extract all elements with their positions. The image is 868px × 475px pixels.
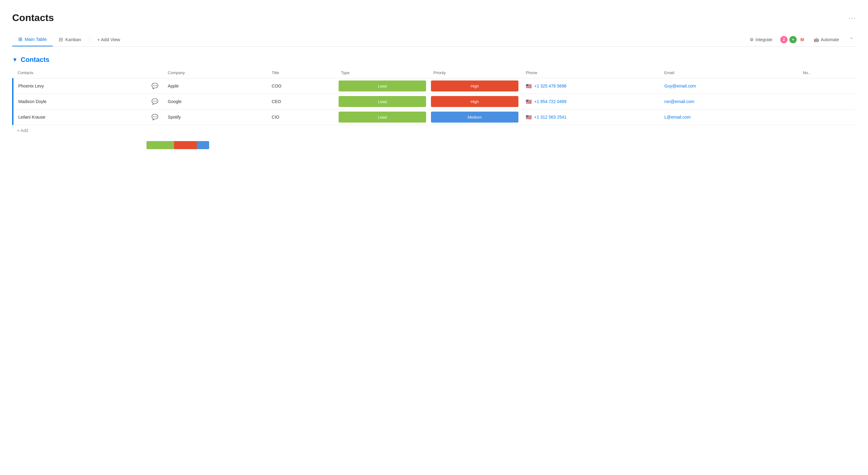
cell-priority[interactable]: High [429,94,521,110]
cell-name: Madison Doyle 💬 [13,94,163,110]
summary-medium-segment [197,141,209,149]
cell-name: Phoenix Levy 💬 [13,78,163,94]
tab-divider [90,36,90,43]
cell-phone: 🇺🇸 +1 854 722 0499 [521,94,659,110]
automate-button[interactable]: 🤖 Automate [811,35,842,44]
priority-badge: High [431,96,519,107]
phone-value: +1 312 563 2541 [534,115,566,120]
automate-icon: 🤖 [814,37,819,42]
data-table: Contacts Company Title Type Priority Pho… [12,67,856,125]
cell-title: CEO [267,94,336,110]
title-value: COO [272,84,282,88]
integration-icons: Z + M [780,36,806,43]
more-options-button[interactable]: ··· [848,14,856,22]
phone-value: +1 854 722 0499 [534,99,566,104]
flag-icon: 🇺🇸 [526,83,532,89]
tabs-bar: ⊞ Main Table ⊟ Kanban + Add View ⚙ Integ… [12,33,856,47]
priority-badge: High [431,81,519,91]
email-value: ron@email.com [664,99,694,104]
cell-priority[interactable]: High [429,78,521,94]
contact-name: Leilani Krause [18,115,45,120]
table-group-header: ▼ Contacts [12,56,856,64]
cell-name: Leilani Krause 💬 [13,110,163,125]
col-header-title: Title [267,67,336,78]
table-row[interactable]: Phoenix Levy 💬 Apple COO Lead High [13,78,856,94]
email-value: Guy@email.com [664,84,696,88]
cell-note [798,94,856,110]
comment-icon[interactable]: 💬 [152,83,158,89]
contact-name: Phoenix Levy [18,84,44,88]
integrate-button[interactable]: ⚙ Integrate [747,35,775,44]
summary-high-segment [174,141,197,149]
cell-email: ron@email.com [659,94,798,110]
col-header-phone: Phone [521,67,659,78]
kanban-icon: ⊟ [59,37,63,42]
cell-type[interactable]: Lead [336,110,429,125]
add-view-button[interactable]: + Add View [92,33,125,46]
main-table-icon: ⊞ [18,36,22,42]
cell-company: Apple [163,78,267,94]
table-section: ▼ Contacts Contacts Company Title Type P… [12,56,856,161]
col-header-type: Type [336,67,429,78]
contact-name: Madison Doyle [18,99,46,104]
cell-phone: 🇺🇸 +1 312 563 2541 [521,110,659,125]
collapse-button[interactable]: ⌃ [847,35,856,43]
type-badge: Lead [339,112,426,123]
cell-type[interactable]: Lead [336,78,429,94]
cell-note [798,110,856,125]
company-value: Spotify [168,115,181,120]
table-row[interactable]: Leilani Krause 💬 Spotify CIO Lead Medium [13,110,856,125]
table-header-row: Contacts Company Title Type Priority Pho… [13,67,856,78]
tab-main-table[interactable]: ⊞ Main Table [12,33,53,46]
color-summary [146,141,856,149]
cell-priority[interactable]: Medium [429,110,521,125]
priority-badge: Medium [431,112,519,123]
summary-bar [146,141,209,149]
group-title: Contacts [21,56,50,64]
table-row[interactable]: Madison Doyle 💬 Google CEO Lead High [13,94,856,110]
company-value: Google [168,99,182,104]
integrate-icon: ⚙ [750,37,754,42]
phone-value: +1 325 478 5698 [534,84,566,88]
col-header-priority: Priority [429,67,521,78]
comment-icon[interactable]: 💬 [152,98,158,105]
cell-title: CIO [267,110,336,125]
cell-type[interactable]: Lead [336,94,429,110]
tab-kanban[interactable]: ⊟ Kanban [53,33,87,46]
comment-icon[interactable]: 💬 [152,114,158,120]
cell-company: Spotify [163,110,267,125]
summary-lead-segment [147,141,174,149]
page-title: Contacts [12,12,54,24]
col-header-email: Email [659,67,798,78]
flag-icon: 🇺🇸 [526,114,532,120]
cell-note [798,78,856,94]
cell-email: L@email.com [659,110,798,125]
cell-email: Guy@email.com [659,78,798,94]
group-arrow-icon[interactable]: ▼ [12,57,18,63]
page-header: Contacts ··· [12,12,856,24]
title-value: CEO [272,99,281,104]
type-badge: Lead [339,96,426,107]
email-value: L@email.com [664,115,691,120]
cell-company: Google [163,94,267,110]
type-badge: Lead [339,81,426,91]
col-header-company: Company [163,67,267,78]
zapier-icon[interactable]: Z [780,36,787,43]
slack-icon[interactable]: + [789,36,797,43]
col-header-note: No... [798,67,856,78]
flag-icon: 🇺🇸 [526,99,532,105]
gmail-icon[interactable]: M [799,36,806,43]
title-value: CIO [272,115,279,120]
cell-phone: 🇺🇸 +1 325 478 5698 [521,78,659,94]
cell-title: COO [267,78,336,94]
col-header-contacts: Contacts [13,67,163,78]
company-value: Apple [168,84,179,88]
tab-actions: ⚙ Integrate Z + M 🤖 Automate ⌃ [747,35,856,44]
add-row-button[interactable]: + Add [12,125,856,136]
